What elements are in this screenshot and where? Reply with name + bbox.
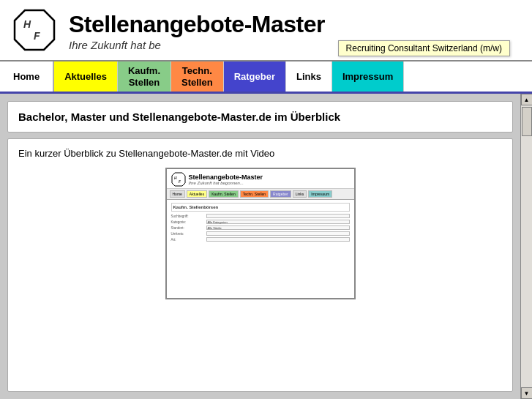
mini-nav-home: Home <box>170 190 185 198</box>
scrollbar[interactable]: ▲ ▼ <box>520 94 532 399</box>
svg-text:H: H <box>23 18 31 30</box>
nav-item-links[interactable]: Links <box>286 61 332 92</box>
mini-form-row-5: Art: <box>171 237 350 242</box>
mini-nav-links: Links <box>293 190 307 198</box>
scrollbar-thumb-area[interactable] <box>521 105 532 387</box>
navbar: Home Aktuelles Kaufm.Stellen Techn.Stell… <box>0 61 532 94</box>
nav-item-home[interactable]: Home <box>0 61 54 92</box>
logo: H F <box>12 7 57 56</box>
mini-title: Stellenangebote-Master <box>189 174 263 181</box>
main-heading: Bachelor, Master und Stellenangebote-Mas… <box>18 109 502 124</box>
mini-browser-screenshot: H F Stellenangebote-Master Ihre Zukunft … <box>165 168 356 299</box>
mini-nav-impressum: Impressum <box>308 190 332 198</box>
mini-nav-techn: Techn. Stellen <box>240 190 269 198</box>
svg-text:H: H <box>174 176 177 180</box>
nav-item-aktuelles[interactable]: Aktuelles <box>54 61 118 92</box>
mini-nav: Home Aktuelles Kaufm. Stellen Techn. Ste… <box>167 189 354 200</box>
nav-item-kaufm[interactable]: Kaufm.Stellen <box>118 61 171 92</box>
nav-item-ratgeber[interactable]: Ratgeber <box>224 61 286 92</box>
mini-nav-ratgeber: Ratgeber <box>270 190 291 198</box>
content-box: Ein kurzer Überblick zu Stellenangebote-… <box>7 138 513 392</box>
title-box: Bachelor, Master und Stellenangebote-Mas… <box>7 101 513 133</box>
content-description: Ein kurzer Überblick zu Stellenangebote-… <box>18 148 502 159</box>
content-area: Bachelor, Master und Stellenangebote-Mas… <box>0 94 520 399</box>
mini-header: H F Stellenangebote-Master Ihre Zukunft … <box>167 169 354 189</box>
mini-nav-kaufm: Kaufm. Stellen <box>209 190 239 198</box>
scroll-up-button[interactable]: ▲ <box>521 94 533 105</box>
nav-item-impressum[interactable]: Impressum <box>332 61 404 92</box>
svg-text:F: F <box>34 30 40 42</box>
main-content: Bachelor, Master und Stellenangebote-Mas… <box>0 94 532 399</box>
mini-content: Kaufm. Stellenbörsen Suchbegriff: Katego… <box>167 200 354 298</box>
mini-form-row-2: Kategorie: Alle Kategorien <box>171 220 350 224</box>
mini-subtitle-text: Ihre Zukunft hat begonnen... <box>189 181 263 185</box>
mini-nav-aktuelles: Aktuelles <box>187 190 207 198</box>
site-title: Stellenangebote-Master <box>69 12 520 37</box>
nav-item-techn[interactable]: Techn.Stellen <box>171 61 224 92</box>
site-header: H F Stellenangebote-Master Ihre Zukunft … <box>0 0 532 61</box>
scrollbar-thumb[interactable] <box>522 107 532 136</box>
mini-form-row-4: Umkreis: <box>171 231 350 236</box>
mini-form-row-3: Standort: Alle Städte <box>171 225 350 230</box>
mini-section-title: Kaufm. Stellenbörsen <box>171 203 350 212</box>
tooltip-popup: Recruiting Consultant Switzerland (m/w) <box>338 40 510 56</box>
scroll-down-button[interactable]: ▼ <box>521 387 533 399</box>
mini-form-row-1: Suchbegriff: <box>171 214 350 218</box>
